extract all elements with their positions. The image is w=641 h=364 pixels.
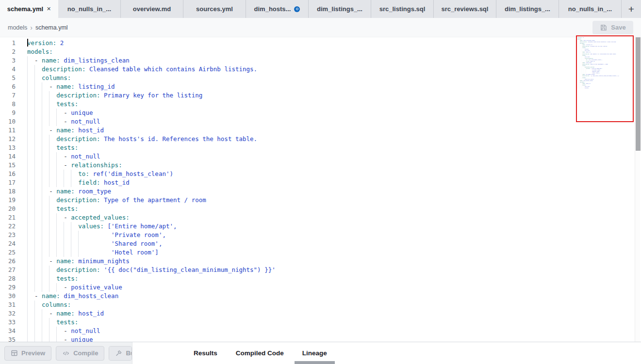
breadcrumb-folder[interactable]: models xyxy=(8,24,27,31)
code-line[interactable]: description: Primary key for the listing xyxy=(27,91,641,100)
code-line[interactable]: 'Shared room', xyxy=(27,239,641,248)
code-line[interactable]: - name: host_id xyxy=(27,126,641,135)
line-number: 4 xyxy=(0,65,19,74)
indent-guide xyxy=(56,335,64,342)
minimap[interactable]: version: 2models: - name: dim_listings_c… xyxy=(576,35,634,122)
tab-src_reviews-sql[interactable]: src_reviews.sql xyxy=(434,0,496,18)
tab-dim_hosts-[interactable]: dim_hosts... xyxy=(246,0,309,18)
save-button[interactable]: Save xyxy=(592,21,633,34)
indent-guide xyxy=(27,74,34,82)
code-line[interactable]: columns: xyxy=(27,74,641,82)
code-line[interactable]: - name: dim_listings_clean xyxy=(27,56,641,65)
line-number: 7 xyxy=(0,91,19,100)
build-button[interactable]: Build xyxy=(109,347,132,360)
code-line[interactable]: - name: dim_hosts_clean xyxy=(27,292,641,301)
code-line[interactable]: description: '{{ doc("dim_listing_clean_… xyxy=(27,266,641,274)
code-line[interactable]: description: Cleansed table which contai… xyxy=(27,65,641,74)
tab-label: dim_listings_... xyxy=(505,5,550,13)
indent-guide xyxy=(56,109,64,117)
code-line[interactable]: - accepted_values: xyxy=(27,213,641,222)
tab-label: dim_hosts... xyxy=(254,5,291,13)
indent-guide xyxy=(27,187,34,196)
code-line[interactable]: - not_null xyxy=(27,327,641,335)
tab-label: overview.md xyxy=(133,5,171,13)
indent-guide xyxy=(34,327,42,335)
indent-guide xyxy=(27,222,34,231)
code-line[interactable]: tests: xyxy=(27,274,641,283)
code-lines[interactable]: version: 2models: - name: dim_listings_c… xyxy=(19,37,641,342)
indent-guide xyxy=(27,100,34,109)
editor-scrollbar-track[interactable] xyxy=(635,37,640,342)
code-line[interactable]: - name: minimum_nights xyxy=(27,257,641,266)
indent-guide xyxy=(34,109,42,117)
panel-tab-compiled-code[interactable]: Compiled Code xyxy=(236,342,284,364)
indent-guide xyxy=(49,248,56,257)
code-line[interactable]: - name: room_type xyxy=(27,187,641,196)
code-line[interactable]: to: ref('dim_hosts_clean') xyxy=(27,170,641,178)
indent-guide xyxy=(49,239,56,248)
indent-guide xyxy=(34,248,42,257)
tab-dim_listings_-[interactable]: dim_listings_... xyxy=(496,0,559,18)
code-line[interactable]: 'Hotel room'] xyxy=(27,248,641,257)
code-line[interactable]: models: xyxy=(27,47,641,56)
indent-guide xyxy=(56,178,64,187)
code-line[interactable]: description: Type of the apartment / roo… xyxy=(27,196,641,205)
code-line[interactable]: tests: xyxy=(27,143,641,152)
new-tab-button[interactable]: + xyxy=(622,0,641,18)
chevron-right-icon: › xyxy=(30,24,33,32)
code-editor[interactable]: 1234567891011121314151617181920212223242… xyxy=(0,37,641,342)
file-header-row: models › schema.yml Save xyxy=(0,18,641,37)
line-number: 29 xyxy=(0,283,19,292)
tab-bar: schema.yml✕no_nulls_in_...overview.mdsou… xyxy=(0,0,641,18)
indent-guide xyxy=(49,100,56,109)
tab-overview-md[interactable]: overview.md xyxy=(121,0,183,18)
indent-guide xyxy=(42,248,49,257)
indent-guide xyxy=(34,187,42,196)
tab-no_nulls_in_-[interactable]: no_nulls_in_... xyxy=(58,0,121,18)
line-number: 1 xyxy=(0,39,19,47)
indent-guide xyxy=(49,205,56,213)
code-line[interactable]: - unique xyxy=(27,109,641,117)
tab-no_nulls_in_-[interactable]: no_nulls_in_... xyxy=(559,0,622,18)
indent-guide xyxy=(49,152,56,161)
code-line[interactable]: 'Private room', xyxy=(27,231,641,239)
code-line[interactable]: - not_null xyxy=(27,117,641,126)
code-line[interactable]: - unique xyxy=(27,335,641,342)
code-line[interactable]: - positive_value xyxy=(27,283,641,292)
save-icon xyxy=(600,24,607,31)
indent-guide xyxy=(42,170,49,178)
preview-button[interactable]: Preview xyxy=(4,346,51,361)
line-number: 33 xyxy=(0,318,19,327)
code-line[interactable]: field: host_id xyxy=(27,178,641,187)
tab-schema-yml[interactable]: schema.yml✕ xyxy=(0,0,58,18)
indent-guide xyxy=(42,222,49,231)
tab-dim_listings_-[interactable]: dim_listings_... xyxy=(309,0,371,18)
tab-sources-yml[interactable]: sources.yml xyxy=(183,0,246,18)
code-line[interactable]: values: ['Entire home/apt', xyxy=(27,222,641,231)
editor-scrollbar-thumb[interactable] xyxy=(636,37,641,151)
code-line[interactable]: - name: host_id xyxy=(27,309,641,318)
tab-src_listings-sql[interactable]: src_listings.sql xyxy=(371,0,434,18)
line-number: 26 xyxy=(0,257,19,266)
code-line[interactable]: - name: listing_id xyxy=(27,82,641,91)
indent-guide xyxy=(42,335,49,342)
compile-button[interactable]: Compile xyxy=(56,346,104,361)
code-line[interactable]: - relationships: xyxy=(27,161,641,170)
tab-bar-tabs: schema.yml✕no_nulls_in_...overview.mdsou… xyxy=(0,0,622,18)
code-line[interactable]: tests: xyxy=(27,205,641,213)
code-line[interactable]: columns: xyxy=(27,301,641,309)
indent-guide xyxy=(71,178,78,187)
line-number: 5 xyxy=(0,74,19,82)
close-tab-icon[interactable]: ✕ xyxy=(47,6,51,12)
code-line[interactable]: tests: xyxy=(27,318,641,327)
indent-guide xyxy=(42,100,49,109)
code-line[interactable]: tests: xyxy=(27,100,641,109)
code-line[interactable]: description: The hosts's id. References … xyxy=(27,135,641,143)
indent-guide xyxy=(42,91,49,100)
line-number: 10 xyxy=(0,117,19,126)
indent-guide xyxy=(78,231,85,239)
code-line[interactable]: version: 2 xyxy=(27,39,641,47)
panel-tab-results[interactable]: Results xyxy=(194,342,217,364)
code-line[interactable]: - not_null xyxy=(27,152,641,161)
panel-tab-lineage[interactable]: Lineage xyxy=(302,342,327,364)
